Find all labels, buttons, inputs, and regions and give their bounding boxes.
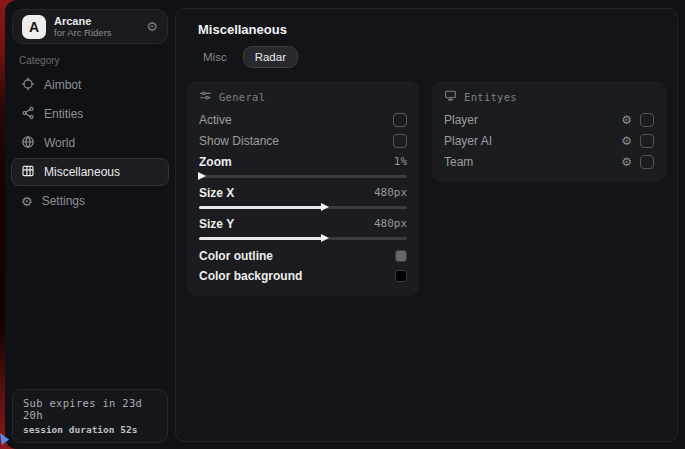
sidebar-item-label: Settings: [42, 194, 85, 208]
zoom-label: Zoom: [199, 155, 232, 169]
monitor-icon: [444, 89, 457, 104]
subscription-status-box: Sub expires in 23d 20h session duration …: [12, 389, 168, 443]
tab-radar[interactable]: Radar: [243, 46, 298, 68]
color-outline-row: Color outline: [199, 246, 407, 266]
sidebar-item-miscellaneous[interactable]: Miscellaneous: [11, 158, 169, 186]
player-controls: ⚙: [621, 113, 654, 127]
app-header-card: A Arcane for Arc Riders ⚙: [12, 9, 168, 44]
size-x-slider-thumb[interactable]: [321, 203, 329, 211]
show-distance-row: Show Distance: [199, 130, 407, 151]
main-panel: Miscellaneous Misc Radar General Active: [175, 8, 678, 442]
color-outline-label: Color outline: [199, 249, 273, 263]
sidebar-nav: Aimbot Entities World: [11, 71, 169, 216]
globe-icon: [21, 135, 35, 152]
active-checkbox[interactable]: [393, 113, 407, 127]
cards-row: General Active Show Distance Zoom 1%: [187, 81, 666, 296]
show-distance-label: Show Distance: [199, 134, 279, 148]
sync-gear-icon[interactable]: ⚙: [146, 20, 158, 33]
gear-icon: ⚙: [21, 195, 33, 208]
sidebar-item-label: Entities: [44, 107, 83, 121]
sidebar-item-label: World: [44, 136, 75, 150]
app-title-block: Arcane for Arc Riders: [54, 15, 112, 38]
size-y-value: 480px: [374, 217, 407, 230]
team-controls: ⚙: [621, 155, 654, 169]
zoom-label-row: Zoom 1%: [199, 153, 407, 170]
size-y-label-row: Size Y 480px: [199, 215, 407, 232]
player-row: Player ⚙: [444, 109, 654, 130]
team-gear-icon[interactable]: ⚙: [621, 156, 632, 168]
color-background-row: Color background: [199, 266, 407, 286]
team-row: Team ⚙: [444, 151, 654, 172]
team-label: Team: [444, 155, 473, 169]
app-window: A Arcane for Arc Riders ⚙ Category Aimbo…: [5, 0, 685, 449]
size-x-label: Size X: [199, 186, 234, 200]
zoom-value: 1%: [394, 155, 407, 168]
sliders-icon: [199, 89, 212, 104]
size-y-slider-fill: [199, 237, 324, 240]
grid-icon: [21, 164, 35, 181]
team-checkbox[interactable]: [640, 155, 654, 169]
player-label: Player: [444, 113, 478, 127]
size-y-label: Size Y: [199, 217, 234, 231]
size-x-slider[interactable]: [199, 201, 407, 213]
sidebar-item-aimbot[interactable]: Aimbot: [11, 71, 169, 99]
nodes-icon: [21, 106, 35, 123]
player-checkbox[interactable]: [640, 113, 654, 127]
player-ai-controls: ⚙: [621, 134, 654, 148]
show-distance-checkbox[interactable]: [393, 134, 407, 148]
active-row: Active: [199, 109, 407, 130]
app-logo: A: [22, 15, 46, 39]
size-x-label-row: Size X 480px: [199, 184, 407, 201]
size-y-slider[interactable]: [199, 232, 407, 244]
size-y-slider-track[interactable]: [199, 237, 407, 240]
sidebar: A Arcane for Arc Riders ⚙ Category Aimbo…: [5, 0, 175, 449]
active-label: Active: [199, 113, 232, 127]
sidebar-item-label: Miscellaneous: [44, 165, 120, 179]
player-ai-row: Player AI ⚙: [444, 130, 654, 151]
zoom-slider-thumb[interactable]: [198, 172, 206, 180]
session-duration-text: session duration 52s: [23, 424, 157, 435]
tab-bar: Misc Radar: [191, 46, 677, 68]
color-outline-swatch[interactable]: [395, 250, 407, 262]
player-gear-icon[interactable]: ⚙: [621, 114, 632, 126]
color-background-swatch[interactable]: [395, 270, 407, 282]
size-x-slider-fill: [199, 206, 324, 209]
app-name: Arcane: [54, 15, 112, 27]
sidebar-item-entities[interactable]: Entities: [11, 100, 169, 128]
entities-card-header: Entityes: [444, 89, 654, 104]
zoom-slider[interactable]: [199, 170, 407, 182]
player-ai-label: Player AI: [444, 134, 492, 148]
color-background-label: Color background: [199, 269, 302, 283]
sidebar-item-settings[interactable]: ⚙ Settings: [11, 187, 169, 215]
size-x-slider-track[interactable]: [199, 206, 407, 209]
player-ai-gear-icon[interactable]: ⚙: [621, 135, 632, 147]
app-subtitle: for Arc Riders: [54, 27, 112, 38]
sidebar-item-world[interactable]: World: [11, 129, 169, 157]
size-y-slider-thumb[interactable]: [321, 234, 329, 242]
sub-expiry-text: Sub expires in 23d 20h: [23, 397, 157, 421]
sidebar-item-label: Aimbot: [44, 78, 81, 92]
page-title: Miscellaneous: [198, 22, 677, 37]
category-label: Category: [19, 55, 60, 66]
player-ai-checkbox[interactable]: [640, 134, 654, 148]
desktop-backdrop: A Arcane for Arc Riders ⚙ Category Aimbo…: [0, 0, 685, 449]
entities-card-title: Entityes: [464, 91, 517, 103]
size-x-value: 480px: [374, 186, 407, 199]
crosshair-icon: [21, 77, 35, 94]
tab-misc[interactable]: Misc: [191, 46, 239, 68]
general-card-title: General: [219, 91, 265, 103]
zoom-slider-track[interactable]: [199, 175, 407, 178]
entities-card: Entityes Player ⚙ Player AI ⚙: [432, 81, 666, 182]
general-card: General Active Show Distance Zoom 1%: [187, 81, 419, 296]
general-card-header: General: [199, 89, 407, 104]
